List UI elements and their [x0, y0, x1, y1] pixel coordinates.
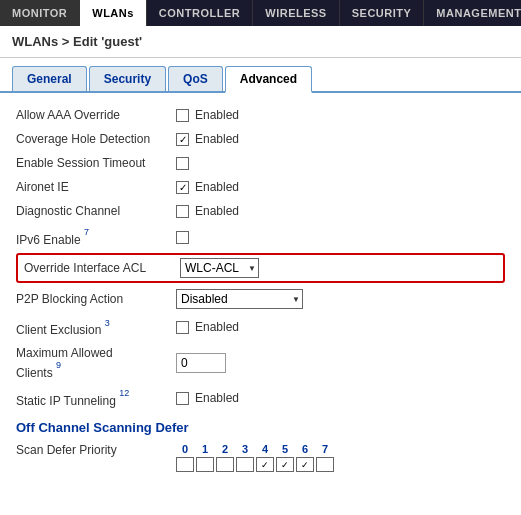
aironet-ie-checkbox[interactable]	[176, 181, 189, 194]
nav-security[interactable]: SECURITY	[340, 0, 425, 26]
nav-monitor[interactable]: MONITOR	[0, 0, 80, 26]
aironet-ie-text: Enabled	[195, 180, 239, 194]
ipv6-enable-checkbox[interactable]	[176, 231, 189, 244]
nav-monitor-label: MONITOR	[12, 7, 67, 19]
ipv6-enable-control	[176, 231, 189, 244]
client-exclusion-control: Enabled	[176, 320, 239, 334]
ipv6-footnote-link[interactable]: 7	[84, 230, 89, 241]
tab-strip: General Security QoS Advanced	[0, 58, 521, 93]
nav-wlans[interactable]: WLANs	[80, 0, 147, 26]
off-channel-section-header: Off Channel Scanning Defer	[16, 412, 505, 439]
nav-wlans-label: WLANs	[92, 7, 134, 19]
priority-num-2: 2	[216, 443, 234, 455]
static-ip-footnote-link[interactable]: 12	[119, 391, 129, 402]
session-timeout-control	[176, 157, 189, 170]
p2p-blocking-control: Disabled Drop Forward-UpStream	[176, 289, 303, 309]
nav-wireless[interactable]: WIRELESS	[253, 0, 339, 26]
override-acl-label: Override Interface ACL	[24, 261, 172, 275]
top-navigation: MONITOR WLANs CONTROLLER WIRELESS SECURI…	[0, 0, 521, 26]
session-timeout-checkbox[interactable]	[176, 157, 189, 170]
tab-security-label: Security	[104, 72, 151, 86]
static-ip-label: Static IP Tunneling 12	[16, 388, 176, 408]
client-exclusion-label: Client Exclusion 3	[16, 317, 176, 337]
tab-qos-label: QoS	[183, 72, 208, 86]
ipv6-footnote: 7	[84, 227, 89, 237]
override-acl-row: Override Interface ACL WLC-ACL None	[16, 253, 505, 283]
static-ip-control: Enabled	[176, 391, 239, 405]
diagnostic-channel-row: Diagnostic Channel Enabled	[16, 199, 505, 223]
static-ip-footnote: 12	[119, 388, 129, 398]
p2p-blocking-row: P2P Blocking Action Disabled Drop Forwar…	[16, 285, 505, 313]
priority-cb-1[interactable]	[196, 457, 214, 472]
priority-cb-4[interactable]	[256, 457, 274, 472]
diagnostic-channel-control: Enabled	[176, 204, 239, 218]
scan-defer-priority-controls: 0 1 2 3 4 5 6 7	[176, 443, 334, 472]
priority-numbers: 0 1 2 3 4 5 6 7	[176, 443, 334, 455]
priority-checkboxes	[176, 457, 334, 472]
p2p-blocking-label: P2P Blocking Action	[16, 292, 176, 306]
client-exclusion-footnote: 3	[105, 317, 110, 327]
content-area: Allow AAA Override Enabled Coverage Hole…	[0, 93, 521, 486]
ipv6-enable-label: IPv6 Enable 7	[16, 227, 176, 247]
diagnostic-channel-checkbox[interactable]	[176, 205, 189, 218]
override-acl-select[interactable]: WLC-ACL None	[180, 258, 259, 278]
tab-general[interactable]: General	[12, 66, 87, 91]
diagnostic-channel-label: Diagnostic Channel	[16, 204, 176, 218]
coverage-hole-control: Enabled	[176, 132, 239, 146]
tab-qos[interactable]: QoS	[168, 66, 223, 91]
nav-wireless-label: WIRELESS	[265, 7, 326, 19]
priority-cb-3[interactable]	[236, 457, 254, 472]
breadcrumb: WLANs > Edit 'guest'	[0, 26, 521, 58]
allow-aaa-row: Allow AAA Override Enabled	[16, 103, 505, 127]
allow-aaa-label: Allow AAA Override	[16, 108, 176, 122]
p2p-blocking-select-wrapper: Disabled Drop Forward-UpStream	[176, 289, 303, 309]
priority-cb-2[interactable]	[216, 457, 234, 472]
allow-aaa-checkbox[interactable]	[176, 109, 189, 122]
max-clients-label: Maximum Allowed Clients 9	[16, 346, 176, 380]
tab-advanced[interactable]: Advanced	[225, 66, 312, 93]
nav-management[interactable]: MANAGEMENT	[424, 0, 521, 26]
client-exclusion-checkbox[interactable]	[176, 321, 189, 334]
priority-cb-6[interactable]	[296, 457, 314, 472]
client-exclusion-footnote-link[interactable]: 3	[105, 321, 110, 332]
client-exclusion-row: Client Exclusion 3 Enabled	[16, 313, 505, 341]
client-exclusion-text: Enabled	[195, 320, 239, 334]
allow-aaa-text: Enabled	[195, 108, 239, 122]
priority-num-0: 0	[176, 443, 194, 455]
priority-num-1: 1	[196, 443, 214, 455]
priority-num-5: 5	[276, 443, 294, 455]
priority-num-4: 4	[256, 443, 274, 455]
priority-num-6: 6	[296, 443, 314, 455]
scan-defer-priority-label: Scan Defer Priority	[16, 443, 176, 457]
aironet-ie-control: Enabled	[176, 180, 239, 194]
max-clients-control	[176, 353, 226, 373]
coverage-hole-text: Enabled	[195, 132, 239, 146]
nav-security-label: SECURITY	[352, 7, 412, 19]
diagnostic-channel-text: Enabled	[195, 204, 239, 218]
max-clients-input[interactable]	[176, 353, 226, 373]
tab-security[interactable]: Security	[89, 66, 166, 91]
static-ip-text: Enabled	[195, 391, 239, 405]
coverage-hole-row: Coverage Hole Detection Enabled	[16, 127, 505, 151]
static-ip-checkbox[interactable]	[176, 392, 189, 405]
priority-num-7: 7	[316, 443, 334, 455]
priority-cb-5[interactable]	[276, 457, 294, 472]
priority-cb-7[interactable]	[316, 457, 334, 472]
session-timeout-row: Enable Session Timeout	[16, 151, 505, 175]
tab-advanced-label: Advanced	[240, 72, 297, 86]
priority-num-3: 3	[236, 443, 254, 455]
max-clients-footnote-link[interactable]: 9	[56, 363, 61, 374]
allow-aaa-control: Enabled	[176, 108, 239, 122]
max-clients-footnote: 9	[56, 360, 61, 370]
priority-cb-0[interactable]	[176, 457, 194, 472]
tab-general-label: General	[27, 72, 72, 86]
static-ip-row: Static IP Tunneling 12 Enabled	[16, 384, 505, 412]
session-timeout-label: Enable Session Timeout	[16, 156, 176, 170]
nav-controller[interactable]: CONTROLLER	[147, 0, 253, 26]
aironet-ie-row: Aironet IE Enabled	[16, 175, 505, 199]
max-clients-row: Maximum Allowed Clients 9	[16, 342, 505, 384]
nav-controller-label: CONTROLLER	[159, 7, 240, 19]
p2p-blocking-select[interactable]: Disabled Drop Forward-UpStream	[176, 289, 303, 309]
scan-defer-priority-row: Scan Defer Priority 0 1 2 3 4 5 6 7	[16, 439, 505, 476]
coverage-hole-checkbox[interactable]	[176, 133, 189, 146]
